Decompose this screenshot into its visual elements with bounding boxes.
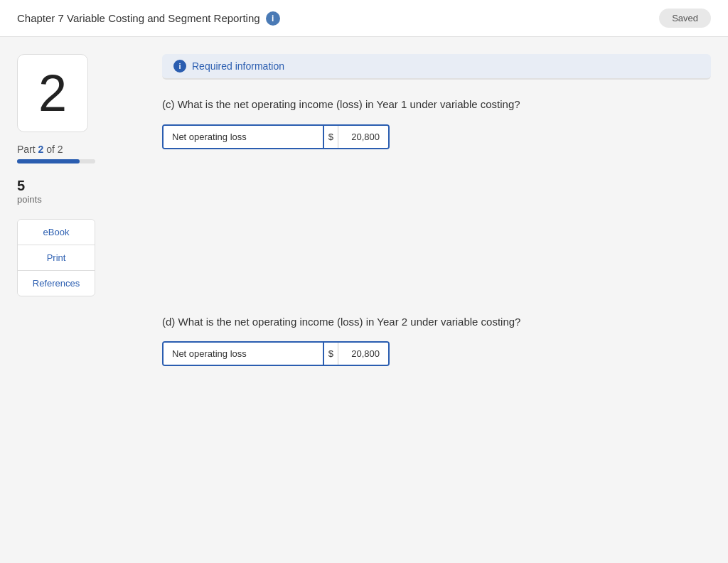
saved-button[interactable]: Saved [659, 9, 711, 28]
main-content: 2 Part 2 of 2 5 points eBook Print Refer… [0, 37, 728, 406]
question-c-value-text: 20,800 [351, 132, 380, 142]
points-number: 5 [17, 178, 145, 194]
part-prefix: Part [17, 144, 38, 155]
part-suffix: of 2 [43, 144, 63, 155]
points-label: points [17, 194, 145, 205]
title-text: Chapter 7 Variable Costing and Segment R… [17, 12, 260, 24]
question-number-box: 2 [17, 54, 88, 132]
progress-bar-container [17, 159, 95, 163]
progress-bar-fill [17, 159, 80, 163]
left-panel: 2 Part 2 of 2 5 points eBook Print Refer… [17, 54, 145, 389]
question-d-dollar: $ [324, 343, 338, 365]
print-button[interactable]: Print [18, 245, 95, 271]
question-d-label: Net operating loss [164, 343, 324, 365]
references-button[interactable]: References [18, 271, 95, 296]
points-section: 5 points [17, 178, 145, 205]
question-d-answer-row: Net operating loss $ 20,800 [162, 341, 390, 366]
question-d-text: (d) What is the net operating income (lo… [162, 314, 711, 331]
page-title: Chapter 7 Variable Costing and Segment R… [17, 11, 280, 26]
question-c-section: (c) What is the net operating income (lo… [162, 97, 711, 149]
top-bar: Chapter 7 Variable Costing and Segment R… [0, 0, 728, 37]
question-c-text: (c) What is the net operating income (lo… [162, 97, 711, 113]
section-gap [162, 172, 711, 314]
required-info-banner: i Required information [162, 54, 711, 80]
question-d-section: (d) What is the net operating income (lo… [162, 314, 711, 367]
question-number: 2 [38, 64, 67, 122]
right-panel: i Required information (c) What is the n… [162, 54, 711, 389]
question-c-answer-row: Net operating loss $ 20,800 [162, 124, 390, 149]
question-d-value-text: 20,800 [351, 348, 380, 359]
ebook-button[interactable]: eBook [18, 220, 95, 245]
question-c-label-text: Net operating loss [172, 132, 247, 142]
question-c-value: 20,800 [338, 126, 388, 148]
question-c-label: Net operating loss [164, 126, 324, 148]
info-icon[interactable]: i [266, 11, 280, 26]
part-label: Part 2 of 2 [17, 144, 145, 155]
question-c-dollar: $ [324, 126, 338, 148]
required-info-text: Required information [192, 60, 284, 72]
required-info-icon: i [173, 60, 186, 73]
sidebar-buttons: eBook Print References [17, 219, 95, 296]
question-d-label-text: Net operating loss [172, 348, 247, 359]
question-d-value: 20,800 [338, 343, 388, 365]
